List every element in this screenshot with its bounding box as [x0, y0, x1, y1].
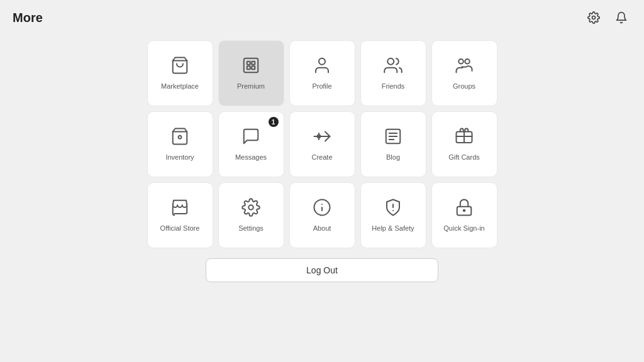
logout-button[interactable]: Log Out [206, 258, 438, 282]
tile-create[interactable]: Create [289, 111, 355, 177]
tile-friends[interactable]: Friends [360, 40, 426, 106]
premium-label: Premium [237, 82, 265, 90]
page-title: More [13, 11, 43, 25]
giftcards-label: Gift Cards [448, 153, 480, 162]
tile-quicksignin[interactable]: Quick Sign-in [431, 182, 497, 248]
settings-label: Settings [238, 224, 264, 233]
settings-icon [242, 198, 260, 219]
blog-icon [384, 127, 402, 148]
tile-inventory[interactable]: Inventory [147, 111, 213, 177]
profile-icon [313, 56, 331, 77]
notifications-icon-btn[interactable] [611, 8, 631, 28]
helpsafety-icon [384, 198, 402, 219]
giftcards-icon [455, 127, 474, 148]
tile-groups[interactable]: Groups [431, 40, 497, 106]
groups-label: Groups [453, 82, 475, 90]
tile-giftcards[interactable]: Gift Cards [431, 111, 497, 177]
svg-point-21 [248, 205, 253, 210]
tile-about[interactable]: About [289, 182, 355, 248]
svg-point-0 [592, 16, 596, 19]
create-icon [313, 127, 331, 148]
tile-marketplace[interactable]: Marketplace [147, 40, 213, 106]
messages-label: Messages [235, 153, 267, 162]
inventory-label: Inventory [165, 153, 194, 162]
tile-officialstore[interactable]: Official Store [147, 182, 213, 248]
about-label: About [313, 224, 331, 233]
svg-point-28 [464, 210, 465, 212]
friends-label: Friends [382, 82, 405, 90]
tile-messages[interactable]: 1Messages [218, 111, 284, 177]
blog-label: Blog [386, 153, 400, 162]
svg-rect-3 [247, 62, 250, 65]
badge-messages: 1 [269, 117, 279, 127]
svg-point-8 [387, 58, 394, 65]
svg-point-7 [319, 58, 325, 65]
friends-icon [384, 56, 402, 77]
officialstore-icon [170, 198, 189, 219]
tile-settings[interactable]: Settings [218, 182, 284, 248]
svg-rect-2 [244, 58, 258, 73]
officialstore-label: Official Store [160, 224, 200, 233]
svg-point-10 [465, 59, 470, 64]
tiles-grid: MarketplacePremiumProfileFriendsGroupsIn… [147, 40, 497, 248]
logout-container: Log Out [206, 258, 438, 282]
about-icon [313, 198, 331, 219]
header-icons [584, 8, 631, 28]
helpsafety-label: Help & Safety [372, 224, 414, 233]
quicksignin-icon [455, 198, 474, 219]
header: More [0, 0, 644, 35]
tile-blog[interactable]: Blog [360, 111, 426, 177]
settings-icon-btn[interactable] [584, 8, 604, 28]
inventory-icon [170, 127, 189, 148]
svg-rect-4 [252, 62, 255, 65]
create-label: Create [311, 153, 332, 162]
svg-rect-5 [247, 66, 250, 69]
tile-profile[interactable]: Profile [289, 40, 355, 106]
svg-point-9 [458, 59, 464, 64]
premium-icon [242, 56, 260, 77]
marketplace-label: Marketplace [161, 82, 199, 90]
tile-helpsafety[interactable]: Help & Safety [360, 182, 426, 248]
grid-container: MarketplacePremiumProfileFriendsGroupsIn… [0, 35, 644, 282]
svg-point-12 [179, 136, 182, 139]
marketplace-icon [170, 56, 189, 77]
messages-icon [242, 127, 260, 148]
quicksignin-label: Quick Sign-in [443, 224, 484, 233]
groups-icon [455, 56, 474, 77]
svg-rect-6 [252, 66, 255, 69]
tile-premium[interactable]: Premium [218, 40, 284, 106]
profile-label: Profile [312, 82, 331, 90]
